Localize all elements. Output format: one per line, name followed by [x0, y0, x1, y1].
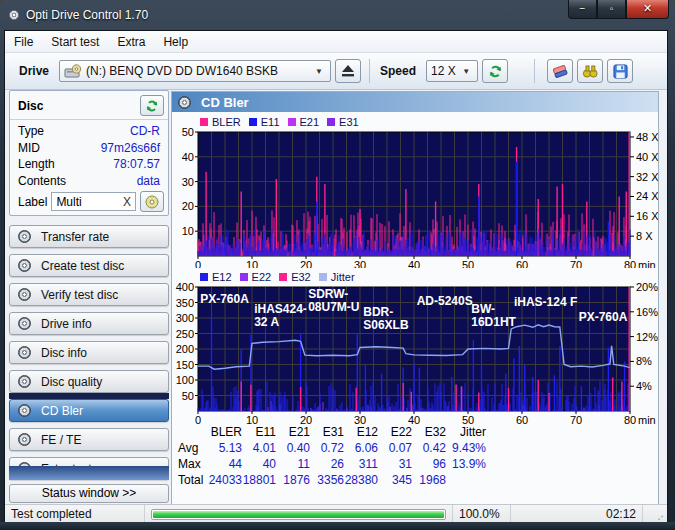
- legend-label: E32: [291, 271, 311, 283]
- save-button[interactable]: [607, 59, 633, 83]
- legend-swatch-bler: [200, 118, 208, 126]
- svg-text:40: 40: [408, 259, 420, 268]
- legend-label: BLER: [212, 116, 241, 128]
- chart-annotation: 16D1HT: [471, 315, 516, 329]
- stats-value: 26: [310, 457, 344, 471]
- svg-text:8%: 8%: [636, 355, 652, 367]
- stats-value: 1876: [276, 473, 310, 487]
- disc-icon: [18, 317, 31, 330]
- svg-text:0: 0: [195, 259, 201, 268]
- stats-value: 3356: [310, 473, 344, 487]
- svg-text:250: 250: [176, 328, 194, 340]
- stats-row-total: Total240331880118763356283803451968: [178, 472, 658, 488]
- maximize-button[interactable]: ▫: [597, 0, 626, 19]
- svg-text:12%: 12%: [636, 331, 658, 343]
- eject-button[interactable]: [335, 59, 361, 83]
- speed-select[interactable]: 12 X ▼: [426, 60, 478, 82]
- chart-annotation: PX-760A: [579, 310, 628, 324]
- label-input[interactable]: Multi X: [51, 192, 136, 211]
- legend-swatch-jitter: [319, 273, 327, 281]
- stats-value: 28380: [344, 473, 378, 487]
- stats-value: 40: [242, 457, 276, 471]
- resize-grip[interactable]: ⡠: [657, 509, 665, 520]
- progress-bar: [151, 509, 446, 520]
- sidebar-item-disc-info[interactable]: Disc info: [9, 341, 169, 364]
- menu-extra[interactable]: Extra: [108, 32, 154, 52]
- stats-value: 13.9%: [446, 457, 486, 471]
- svg-text:400: 400: [176, 283, 194, 293]
- stats-value: 0.72: [310, 441, 344, 455]
- legend-label: E21: [300, 116, 320, 128]
- erase-disc-button[interactable]: [547, 59, 573, 83]
- status-window-button[interactable]: Status window >>: [9, 484, 169, 503]
- sidebar-item-label: FE / TE: [41, 433, 81, 447]
- disc-info-label: Length: [18, 156, 55, 173]
- disc-info-row: MID97m26s66f: [18, 140, 160, 157]
- legend-label: E31: [339, 116, 359, 128]
- refresh-speed-button[interactable]: [482, 59, 508, 83]
- window-title: Opti Drive Control 1.70: [26, 8, 148, 22]
- stats-row-label: Max: [178, 457, 208, 471]
- title-bar[interactable]: Opti Drive Control 1.70 − ▫ ✕: [0, 0, 675, 30]
- stats-value: 11: [276, 457, 310, 471]
- progress-percent: 100.0%: [453, 505, 511, 523]
- svg-text:min: min: [638, 259, 656, 268]
- sidebar-item-disc-quality[interactable]: Disc quality: [9, 370, 169, 393]
- svg-text:32 X: 32 X: [636, 171, 658, 183]
- svg-text:8 X: 8 X: [636, 230, 653, 242]
- disc-panel-title: Disc: [18, 99, 43, 113]
- search-drives-button[interactable]: [577, 59, 603, 83]
- label-clear-button[interactable]: X: [123, 195, 131, 209]
- refresh-icon: [488, 64, 503, 79]
- chart-annotation: iHAS424-: [254, 302, 307, 316]
- sidebar-item-create-test-disc[interactable]: Create test disc: [9, 254, 169, 277]
- sidebar-item-drive-info[interactable]: Drive info: [9, 312, 169, 335]
- chart-annotation: BW-: [471, 302, 495, 316]
- svg-text:70: 70: [570, 259, 582, 268]
- menu-file[interactable]: File: [5, 32, 42, 52]
- menu-help[interactable]: Help: [154, 32, 197, 52]
- sidebar-item-cd-bler[interactable]: CD Bler: [9, 399, 169, 422]
- disc-info-label: Type: [18, 123, 44, 140]
- drive-value: (N:) BENQ DVD DD DW1640 BSKB: [86, 64, 278, 78]
- save-icon: [613, 64, 628, 79]
- write-label-button[interactable]: [140, 191, 164, 212]
- refresh-disc-button[interactable]: [140, 95, 164, 116]
- sidebar-item-fe-te[interactable]: FE / TE: [9, 428, 169, 451]
- stats-value: 44: [208, 457, 242, 471]
- disc-icon: [18, 375, 31, 388]
- disc-info-value: 78:07.57: [113, 156, 160, 173]
- separator: [369, 59, 370, 83]
- sidebar-item-transfer-rate[interactable]: Transfer rate: [9, 225, 169, 248]
- chart-annotation: AD-5240S: [417, 294, 473, 308]
- stats-value: 24033: [208, 473, 242, 487]
- menu-start-test[interactable]: Start test: [42, 32, 108, 52]
- main-panel: CD Bler BLERE11E21E31 504030201048 X40 X…: [171, 91, 659, 505]
- sidebar-footer-strip: [9, 466, 169, 480]
- stats-col-header: E31: [310, 425, 344, 439]
- disc-panel: Disc TypeCD-RMID97m26s66fLength78:07.57C…: [9, 90, 169, 216]
- svg-text:50: 50: [182, 390, 194, 402]
- stats-value: 31: [378, 457, 412, 471]
- disc-info-value: CD-R: [130, 123, 160, 140]
- elapsed-time: 02:12: [511, 505, 643, 523]
- stats-col-header: E22: [378, 425, 412, 439]
- disc-icon: [18, 433, 31, 446]
- chart-annotation: iHAS-124 F: [514, 295, 577, 309]
- jitter-chart: 4003503002502001501005020%16%12%8%4%0102…: [172, 283, 658, 431]
- minimize-button[interactable]: −: [568, 0, 597, 19]
- sidebar-item-verify-test-disc[interactable]: Verify test disc: [9, 283, 169, 306]
- stats-col-header: E21: [276, 425, 310, 439]
- drive-select[interactable]: (N:) BENQ DVD DD DW1640 BSKB ▼: [59, 60, 331, 82]
- stats-value: 96: [412, 457, 446, 471]
- chart-annotation: 08U7M-U: [308, 300, 359, 314]
- disc-info-row: TypeCD-R: [18, 123, 160, 140]
- svg-text:30: 30: [182, 176, 194, 188]
- drive-dropdown-arrow: ▼: [312, 67, 326, 76]
- disc-info-row: Contentsdata: [18, 173, 160, 190]
- stats-col-header: Jitter: [446, 425, 486, 439]
- client-area: FileStart testExtraHelp Drive (N:) BENQ …: [4, 30, 668, 522]
- svg-text:4%: 4%: [636, 380, 652, 392]
- close-button[interactable]: ✕: [626, 0, 669, 19]
- svg-text:16%: 16%: [636, 306, 658, 318]
